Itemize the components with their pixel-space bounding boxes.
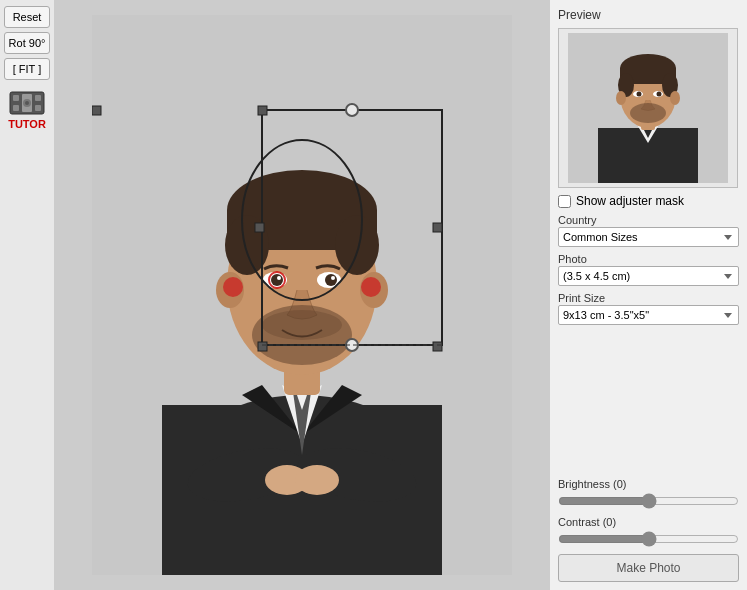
contrast-label: Contrast (0) [558,516,739,528]
make-photo-button[interactable]: Make Photo [558,554,739,582]
svg-point-49 [361,277,381,297]
brightness-label: Brightness (0) [558,478,739,490]
right-panel: Preview [549,0,747,590]
show-adjuster-label: Show adjuster mask [576,194,684,208]
svg-point-41 [346,104,358,116]
photo-container [92,15,512,575]
brightness-slider[interactable] [558,492,739,510]
svg-point-29 [271,274,283,286]
print-size-dropdown[interactable]: 9x13 cm - 3.5"x5" [558,305,739,325]
show-adjuster-checkbox[interactable] [558,195,571,208]
print-size-section: Print Size 9x13 cm - 3.5"x5" [558,292,739,325]
left-toolbar: Reset Rot 90° [ FIT ] TUTOR [0,0,55,590]
rotate-button[interactable]: Rot 90° [4,32,50,54]
preview-label: Preview [558,8,739,22]
svg-rect-3 [13,105,19,111]
svg-rect-43 [255,223,264,232]
svg-rect-39 [258,342,267,351]
photo-label: Photo [558,253,739,265]
contrast-container: Contrast (0) [558,516,739,548]
country-dropdown[interactable]: Common Sizes [558,227,739,247]
tutor-label: TUTOR [8,118,46,130]
print-size-label: Print Size [558,292,739,304]
photo-dropdown[interactable]: (3.5 x 4.5 cm) [558,266,739,286]
person-svg [92,15,512,575]
show-adjuster-row: Show adjuster mask [558,194,739,208]
preview-image [558,28,738,188]
svg-rect-37 [258,106,267,115]
canvas-area[interactable] [55,0,549,590]
country-label: Country [558,214,739,226]
svg-point-32 [331,276,335,280]
svg-point-18 [295,465,339,495]
country-section: Country Common Sizes [558,214,739,247]
reset-button[interactable]: Reset [4,6,50,28]
svg-rect-44 [433,223,442,232]
svg-point-24 [335,215,379,275]
svg-rect-38 [92,106,101,115]
film-icon [8,88,46,118]
svg-rect-1 [13,95,19,101]
svg-point-48 [223,277,243,297]
svg-rect-2 [35,95,41,101]
svg-point-34 [262,310,342,340]
preview-svg [568,33,728,183]
tutor-button[interactable]: TUTOR [8,88,46,130]
svg-point-7 [25,101,29,105]
fit-button[interactable]: [ FIT ] [4,58,50,80]
svg-point-31 [277,276,281,280]
contrast-slider[interactable] [558,530,739,548]
brightness-container: Brightness (0) [558,478,739,510]
svg-rect-40 [433,342,442,351]
svg-rect-4 [35,105,41,111]
photo-section: Photo (3.5 x 4.5 cm) [558,253,739,286]
